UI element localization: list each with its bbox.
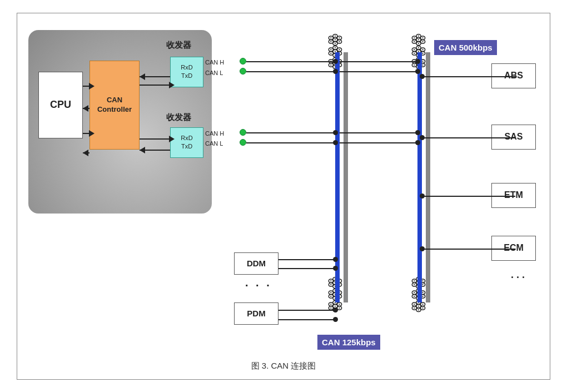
hline-top-canl bbox=[340, 71, 417, 72]
hline-canl2 bbox=[246, 142, 337, 143]
dot-etm bbox=[420, 193, 425, 199]
hline-abs bbox=[422, 76, 515, 77]
hline-canh2 bbox=[246, 132, 337, 133]
hline-ddm-top bbox=[278, 259, 335, 260]
caption: 图 3. CAN 连接图 bbox=[251, 356, 316, 374]
arrow-right-1 bbox=[89, 83, 94, 90]
dot-ddm-top bbox=[333, 257, 338, 262]
can-controller-label: CANController bbox=[97, 96, 132, 115]
can-controller-box: CANController bbox=[89, 61, 140, 150]
transceiver1-label: 收发器 bbox=[166, 40, 191, 51]
hline-pdm-bot bbox=[278, 319, 335, 320]
dot-bus-2 bbox=[333, 69, 338, 74]
hline-ddm-bot bbox=[278, 268, 335, 269]
transceiver1-box: RxD TxD bbox=[170, 57, 203, 87]
dot-green-3 bbox=[240, 129, 246, 136]
arrow-left-1 bbox=[83, 105, 88, 112]
hline-pdm-top bbox=[278, 310, 335, 311]
hline-etm bbox=[422, 196, 515, 197]
dot-bus-4 bbox=[333, 140, 338, 145]
arr-2 bbox=[140, 73, 145, 80]
dot-rbus-3 bbox=[415, 140, 420, 145]
canl-label2: CAN L bbox=[205, 140, 223, 147]
cpu-label: CPU bbox=[50, 99, 71, 111]
bus-gray-right bbox=[426, 52, 430, 302]
bus-blue bbox=[335, 52, 340, 302]
arr-1 bbox=[169, 82, 175, 88]
dot-ecm bbox=[420, 246, 425, 251]
cpu-box: CPU bbox=[38, 72, 83, 138]
canl-label1: CAN L bbox=[205, 70, 223, 76]
canh-label1: CAN H bbox=[205, 59, 224, 66]
dot-bus-3 bbox=[333, 130, 338, 135]
dot-green-1 bbox=[240, 58, 246, 64]
h-arrow-1 bbox=[140, 85, 170, 86]
hline-canl1 bbox=[246, 71, 337, 72]
dot-rbus-4 bbox=[415, 130, 420, 135]
can-badge-500: CAN 500kbps bbox=[434, 40, 497, 56]
hline-ecm bbox=[422, 249, 515, 250]
dot-pdm-bot bbox=[333, 317, 338, 322]
hline-sas bbox=[422, 137, 515, 138]
transceiver2-box: RxD TxD bbox=[170, 127, 203, 158]
hline-top-canh bbox=[340, 61, 417, 62]
dot-green-2 bbox=[240, 68, 246, 75]
bus-gray-1 bbox=[344, 52, 348, 302]
transceiver2-label: 收发器 bbox=[166, 112, 191, 123]
main-container: CPU CANController 收发器 RxD TxD CAN H bbox=[17, 13, 550, 380]
dot-abs bbox=[420, 74, 425, 79]
dot-rbus-2 bbox=[415, 69, 420, 74]
arrow-left-2 bbox=[83, 150, 88, 156]
device-pdm: PDM bbox=[234, 302, 278, 325]
dot-sas bbox=[420, 135, 425, 140]
hline-bot-canh bbox=[340, 132, 417, 133]
dot-green-4 bbox=[240, 139, 246, 146]
dot-bus-1 bbox=[333, 59, 338, 64]
can-badge-125: CAN 125kbps bbox=[317, 335, 380, 350]
hline-bot-canl bbox=[340, 142, 417, 143]
dot-pdm-top bbox=[333, 307, 338, 312]
diagram-area: CPU CANController 收发器 RxD TxD CAN H bbox=[23, 19, 544, 356]
arr-4 bbox=[140, 147, 145, 153]
hline-canh1 bbox=[246, 61, 337, 62]
dot-rbus-1 bbox=[415, 59, 420, 64]
device-ddm: DDM bbox=[234, 252, 278, 275]
arr-3 bbox=[169, 136, 175, 142]
canh-label2: CAN H bbox=[205, 130, 224, 137]
bus-blue-right bbox=[417, 52, 422, 302]
h-arrow-3 bbox=[140, 138, 170, 140]
ellipsis-right: · · · bbox=[511, 272, 525, 284]
ellipsis-middle: · · · bbox=[245, 279, 272, 292]
dot-ddm-bot bbox=[333, 266, 338, 271]
arrow-right-2 bbox=[89, 130, 94, 137]
